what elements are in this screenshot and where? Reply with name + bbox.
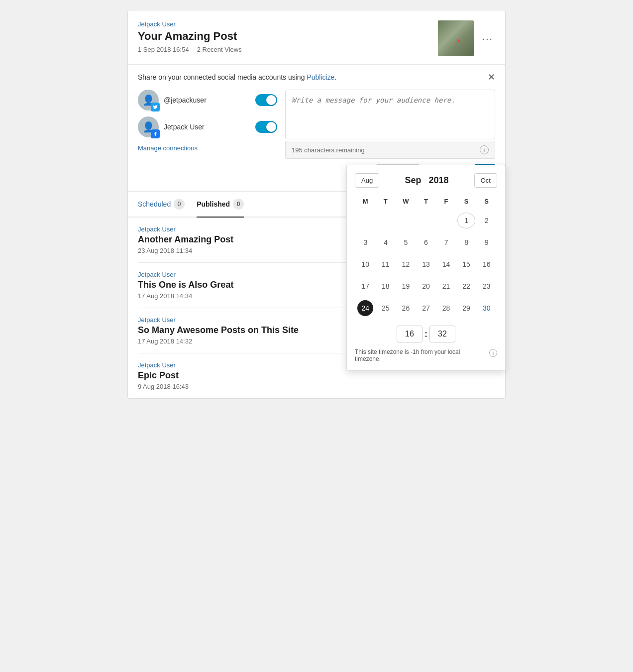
twitter-badge [151,103,160,112]
cal-empty [396,210,416,231]
list-item-date: 9 Aug 2018 16:43 [138,383,495,390]
tab-scheduled-label: Scheduled [138,200,171,208]
tab-published-label: Published [197,200,230,208]
post-thumbnail [438,20,474,56]
list-item-title[interactable]: Epic Post [138,370,495,381]
day-2[interactable]: 2 [478,213,496,228]
message-textarea[interactable] [285,90,495,139]
day-1[interactable]: 1 [457,213,475,228]
day-header-thu: T [417,195,436,209]
char-count: 195 characters remaining [292,146,365,154]
calendar-week-2: 3 4 5 6 7 8 9 [356,232,496,253]
day-9[interactable]: 9 [478,234,496,250]
cal-empty [356,210,375,231]
day-19[interactable]: 19 [397,278,415,294]
cal-day[interactable]: 2 [477,210,496,231]
time-picker: 16 : 32 [355,326,497,342]
calendar-nav: Aug Sep 2018 Oct [355,173,497,188]
timezone-note: This site timezone is -1h from your loca… [355,348,497,362]
day-header-tue: T [376,195,396,209]
calendar-popup: Aug Sep 2018 Oct M T W T F S S [346,165,506,371]
tab-scheduled-badge: 0 [174,199,185,210]
day-30[interactable]: 30 [478,300,496,316]
prev-month-button[interactable]: Aug [355,173,379,188]
calendar-days-header: M T W T F S S [356,195,496,209]
day-13[interactable]: 13 [417,256,435,272]
day-29[interactable]: 29 [457,300,475,316]
post-title: Your Amazing Post [138,30,438,43]
day-8[interactable]: 8 [457,234,475,250]
day-header-fri: F [436,195,456,209]
day-23[interactable]: 23 [478,278,496,294]
time-separator: : [424,329,427,339]
toggle-knob-twitter [266,95,276,105]
day-17[interactable]: 17 [356,278,374,294]
day-12[interactable]: 12 [397,256,415,272]
char-count-bar: 195 characters remaining i [285,141,495,159]
day-14[interactable]: 14 [437,256,455,272]
manage-connections-link[interactable]: Manage connections [138,144,198,152]
day-header-sat: S [457,195,476,209]
more-options-button[interactable]: ··· [480,31,495,46]
main-container: Jetpack User Your Amazing Post 1 Sep 201… [127,10,506,399]
tab-published[interactable]: Published 0 [197,192,244,217]
share-panel-header: Share on your connected social media acc… [138,73,495,82]
toggle-knob-facebook [266,122,276,132]
account-row-twitter: 👤 @jetpackuser [138,90,277,111]
cal-empty [436,210,456,231]
day-22[interactable]: 22 [457,278,475,294]
cal-month: Sep [405,175,421,185]
char-count-info-icon[interactable]: i [480,145,489,154]
time-minute-input[interactable]: 32 [429,326,455,342]
day-15[interactable]: 15 [457,256,475,272]
toggle-twitter[interactable] [255,94,277,106]
day-header-wed: W [396,195,416,209]
toggle-facebook[interactable] [255,121,277,133]
day-26[interactable]: 26 [397,300,415,316]
day-27[interactable]: 27 [417,300,435,316]
close-share-panel-button[interactable]: ✕ [488,73,495,82]
calendar-week-5: 24 25 26 27 28 29 30 [356,298,496,319]
calendar-grid: M T W T F S S 1 2 [355,194,497,320]
day-3[interactable]: 3 [356,234,374,250]
cal-empty [417,210,436,231]
day-25[interactable]: 25 [377,300,395,316]
accounts-section: 👤 @jetpackuser 👤 [138,90,277,183]
day-20[interactable]: 20 [417,278,435,294]
day-16[interactable]: 16 [478,256,496,272]
day-18[interactable]: 18 [377,278,395,294]
day-28[interactable]: 28 [437,300,455,316]
timezone-info-icon[interactable]: i [489,349,497,357]
day-24-today[interactable]: 24 [357,300,373,316]
day-5[interactable]: 5 [397,234,415,250]
calendar-week-1: 1 2 [356,210,496,231]
next-month-button[interactable]: Oct [474,173,497,188]
day-header-sun: S [477,195,496,209]
day-7[interactable]: 7 [437,234,455,250]
post-views: 2 Recent Views [197,46,242,53]
thumbnail-image [438,20,474,56]
calendar-week-3: 10 11 12 13 14 15 16 [356,254,496,275]
tab-scheduled[interactable]: Scheduled 0 [138,192,185,217]
day-4[interactable]: 4 [377,234,395,250]
day-21[interactable]: 21 [437,278,455,294]
cal-year: 2018 [428,175,448,185]
cal-month-year: Sep 2018 [405,175,448,186]
account-handle-twitter: @jetpackuser [164,96,250,104]
day-header-mon: M [356,195,375,209]
publicize-description-suffix: . [334,73,336,81]
avatar-wrap-facebook: 👤 [138,116,159,137]
account-handle-facebook: Jetpack User [164,123,250,131]
post-header-left: Jetpack User Your Amazing Post 1 Sep 201… [138,20,438,53]
publicize-link[interactable]: Publicize [307,73,334,81]
avatar-wrap-twitter: 👤 [138,90,159,111]
time-hour-input[interactable]: 16 [397,326,422,342]
tab-published-badge: 0 [233,199,244,210]
cal-day[interactable]: 1 [457,210,476,231]
post-header: Jetpack User Your Amazing Post 1 Sep 201… [128,10,505,65]
day-10[interactable]: 10 [356,256,374,272]
day-11[interactable]: 11 [377,256,395,272]
day-6[interactable]: 6 [417,234,435,250]
facebook-badge [151,129,160,138]
calendar-week-4: 17 18 19 20 21 22 23 [356,276,496,297]
